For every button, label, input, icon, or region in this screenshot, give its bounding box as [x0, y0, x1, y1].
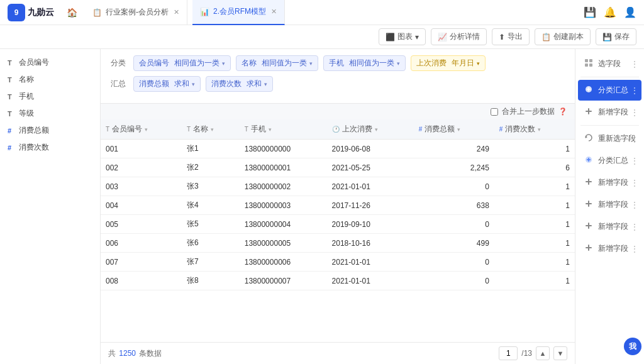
cell-name: 张8: [182, 272, 240, 290]
summary-tag-total[interactable]: 消费总额 求和 ▾: [133, 76, 201, 92]
logo: 9 九勋云: [8, 4, 54, 21]
right-item-reselect[interactable]: 重新选字段 ⋮: [578, 128, 641, 149]
col-sort-last-purchase[interactable]: ▾: [375, 126, 378, 133]
col-header-name[interactable]: T 名称 ▾: [182, 119, 240, 140]
field-type-T2: T: [8, 76, 15, 84]
classify-area: 分类 会员编号 相同值为一类 ▾ 名称 相同值为一类 ▾ 手机 相同值为一类: [101, 49, 575, 104]
summary-row: 汇总 消费总额 求和 ▾ 消费次数 求和 ▾: [111, 76, 565, 92]
reselect-dots[interactable]: ⋮: [630, 134, 639, 144]
svg-rect-2: [585, 63, 588, 67]
right-item-add-field2[interactable]: 新增字段 ⋮: [578, 172, 641, 193]
avatar-badge[interactable]: 我: [624, 338, 641, 355]
analysis-button[interactable]: 📈 分析详情: [431, 28, 487, 45]
page-prev-button[interactable]: ▲: [536, 346, 550, 360]
page-total: /13: [521, 349, 532, 358]
tab-rfm[interactable]: 📊 2.会员RFM模型 ✕: [192, 0, 285, 25]
svg-marker-9: [586, 136, 587, 138]
col-label-name: 名称: [193, 124, 208, 135]
field-phone[interactable]: T 手机: [0, 88, 100, 105]
classify-tag-name[interactable]: 名称 相同值为一类 ▾: [236, 55, 318, 71]
page-input[interactable]: [499, 346, 518, 360]
col-sort-name[interactable]: ▾: [211, 126, 214, 133]
reselect-icon: [583, 133, 594, 144]
cell-phone: 13800000003: [240, 196, 327, 215]
export-button[interactable]: ⬆ 导出: [492, 28, 530, 45]
cell-name: 张5: [182, 215, 240, 234]
tab-rfm-close[interactable]: ✕: [271, 8, 277, 16]
field-member-id[interactable]: T 会员编号: [0, 54, 100, 71]
col-header-total-spend[interactable]: # 消费总额 ▾: [414, 119, 494, 140]
add-field4-dots[interactable]: ⋮: [630, 222, 639, 232]
classify2-dots[interactable]: ⋮: [630, 156, 639, 166]
right-item-add-field4[interactable]: 新增字段 ⋮: [578, 216, 641, 237]
add-field3-dots[interactable]: ⋮: [630, 200, 639, 210]
right-item-select-field[interactable]: 选字段 ⋮: [578, 53, 641, 74]
select-field-icon: [583, 58, 594, 69]
classify-active-icon: [583, 85, 594, 96]
col-sort-phone[interactable]: ▾: [269, 126, 272, 133]
home-icon[interactable]: 🏠: [67, 8, 77, 18]
merge-checkbox[interactable]: [491, 108, 498, 116]
right-item-classify2[interactable]: 分类汇总 ⋮: [578, 150, 641, 171]
right-item-add-field1[interactable]: 新增字段 ⋮: [578, 102, 641, 123]
summary-tag-count[interactable]: 消费次数 求和 ▾: [206, 76, 273, 92]
chart-button[interactable]: ⬛ 图表 ▾: [379, 28, 426, 45]
total-info: 共 1250 条数据: [108, 348, 162, 359]
classify-active-dots[interactable]: ⋮: [630, 85, 639, 96]
field-label-spend-count: 消费次数: [19, 142, 49, 153]
field-total-spend[interactable]: # 消费总额: [0, 122, 100, 139]
bell-icon[interactable]: 🔔: [604, 6, 616, 18]
total-count: 1250: [119, 349, 136, 358]
cell-member-id: 004: [101, 196, 182, 215]
copy-button[interactable]: 📋 创建副本: [535, 28, 591, 45]
right-item-add-field5[interactable]: 新增字段 ⋮: [578, 238, 641, 259]
field-type-T4: T: [8, 110, 15, 118]
col-header-last-purchase[interactable]: 🕐 上次消费 ▾: [327, 119, 414, 140]
field-spend-count[interactable]: # 消费次数: [0, 139, 100, 156]
col-header-member-id[interactable]: T 会员编号 ▾: [101, 119, 182, 140]
classify2-label: 分类汇总: [598, 155, 628, 166]
add-field4-icon: [583, 221, 594, 232]
col-sort-spend-count[interactable]: ▾: [538, 126, 541, 133]
field-name[interactable]: T 名称: [0, 71, 100, 88]
classify-tag-name-chevron: ▾: [309, 60, 313, 67]
toolbar: ⬛ 图表 ▾ 📈 分析详情 ⬆ 导出 📋 创建副本 💾 保存: [0, 25, 644, 49]
save-icon[interactable]: 💾: [584, 6, 596, 18]
add-field1-label: 新增字段: [598, 107, 628, 118]
main-area: T 会员编号 T 名称 T 手机 T 等级 # 消费总额 # 消费次数 分类: [0, 49, 644, 364]
classify-tag-member-id[interactable]: 会员编号 相同值为一类 ▾: [133, 55, 231, 71]
cell-last-purchase: 2019-06-08: [327, 140, 414, 158]
classify-tag-last-purchase-field: 上次消费: [416, 58, 447, 69]
user-icon[interactable]: 👤: [624, 6, 636, 18]
cell-member-id: 003: [101, 177, 182, 196]
classify-active-label: 分类汇总: [598, 85, 628, 96]
select-field-dots[interactable]: ⋮: [630, 59, 639, 69]
table-row: 004 张4 13800000003 2017-11-26 638 1: [101, 196, 575, 215]
add-field2-dots[interactable]: ⋮: [630, 178, 639, 188]
col-header-phone[interactable]: T 手机 ▾: [240, 119, 327, 140]
col-sort-total-spend[interactable]: ▾: [457, 126, 460, 133]
col-sort-member-id[interactable]: ▾: [145, 126, 148, 133]
classify-tag-last-purchase-cond: 年月日: [452, 58, 474, 69]
table-row: 006 张6 13800000005 2018-10-16 499 1: [101, 234, 575, 253]
cell-phone: 13800000006: [240, 253, 327, 272]
total-suffix: 条数据: [139, 349, 162, 358]
table-row: 003 张3 13800000002 2021-01-01 0 1: [101, 177, 575, 196]
classify-tag-last-purchase[interactable]: 上次消费 年月日 ▾: [411, 55, 486, 71]
help-icon[interactable]: ❓: [558, 108, 567, 116]
classify-tag-phone[interactable]: 手机 相同值为一类 ▾: [323, 55, 406, 71]
copy-label: 创建副本: [553, 31, 584, 42]
right-item-add-field3[interactable]: 新增字段 ⋮: [578, 194, 641, 215]
add-field1-dots[interactable]: ⋮: [630, 108, 639, 118]
save-button[interactable]: 💾 保存: [596, 28, 636, 45]
page-next-button[interactable]: ▼: [553, 346, 567, 360]
tab-industry[interactable]: 📋 行业案例-会员分析 ✕: [85, 0, 187, 25]
col-header-spend-count[interactable]: # 消费次数 ▾: [494, 119, 575, 140]
cell-total-spend: 0: [414, 215, 494, 234]
classify-tag-member-id-field: 会员编号: [139, 58, 169, 69]
right-item-classify-active[interactable]: 分类汇总 ⋮: [578, 80, 641, 101]
add-field5-dots[interactable]: ⋮: [630, 244, 639, 254]
tab-industry-close[interactable]: ✕: [174, 8, 179, 16]
field-level[interactable]: T 等级: [0, 105, 100, 122]
svg-rect-8: [588, 108, 589, 114]
